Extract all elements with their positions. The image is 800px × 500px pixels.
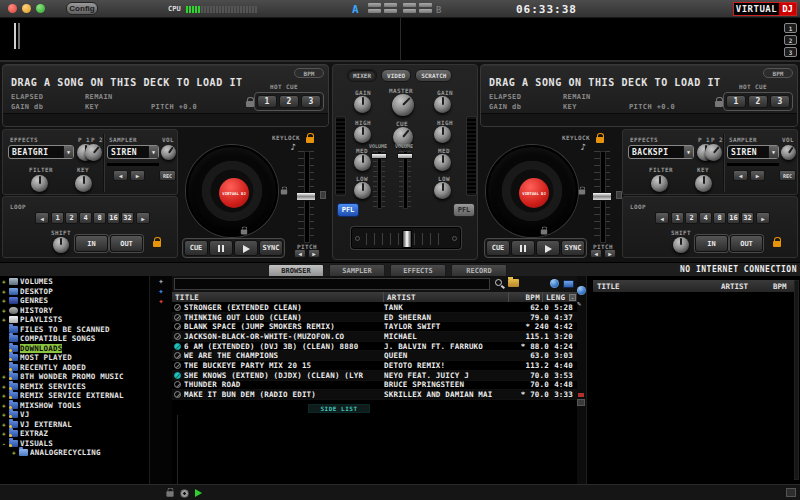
loop-length-button[interactable]: 8 <box>713 212 726 224</box>
expander-icon[interactable]: + <box>2 278 9 285</box>
track-row[interactable]: STRONGER (EXTENDED CLEAN)TANK62.05:28 <box>172 303 577 313</box>
loop-out-button[interactable]: OUT <box>110 235 143 252</box>
med-knob-right[interactable] <box>434 154 451 171</box>
pitch-slider[interactable] <box>298 151 314 241</box>
loop-double-button[interactable]: ▶ <box>136 212 150 224</box>
folder-icon[interactable] <box>508 279 519 287</box>
pitch-bend-minus-button[interactable]: ◀ <box>294 249 306 258</box>
sidebar-item[interactable]: +ANALOGRECYCLING <box>0 448 149 458</box>
volume-fader-handle[interactable] <box>371 153 387 159</box>
fx-p2-knob[interactable] <box>85 144 102 161</box>
volume-fader-handle[interactable] <box>397 153 413 159</box>
hotcue-button[interactable]: 1 <box>726 95 746 108</box>
mixer-tab-video[interactable]: VIDEO <box>381 69 411 82</box>
pitch-bend-plus-button[interactable]: ▶ <box>308 249 320 258</box>
chevron-down-icon[interactable]: ▼ <box>768 146 778 158</box>
hotcue-button[interactable]: 2 <box>279 95 299 108</box>
track-row[interactable]: MAKE IT BUN DEM (RADIO EDIT)SKRILLEX AND… <box>172 390 577 400</box>
loop-in-button[interactable]: IN <box>695 235 728 252</box>
master-knob[interactable] <box>392 94 414 116</box>
sidebar-item[interactable]: +HISTORY <box>0 306 149 316</box>
pitch-lock-icon[interactable] <box>281 190 287 195</box>
filter-knob[interactable] <box>31 175 48 192</box>
track-row[interactable]: SHE KNOWS (EXTEND) (DJDX) (CLEAN) (LYRNE… <box>172 371 577 381</box>
sidebar-item[interactable]: MOST PLAYED <box>0 353 149 363</box>
low-knob-left[interactable] <box>354 182 371 199</box>
sampler-next-button[interactable]: ▶ <box>750 170 765 181</box>
expander-icon[interactable]: + <box>2 316 9 323</box>
med-knob-left[interactable] <box>354 154 371 171</box>
pitch-slider[interactable] <box>594 151 610 241</box>
column-header-title[interactable]: TITLE <box>593 282 717 291</box>
pitch-bend-minus-button[interactable]: ◀ <box>590 249 602 258</box>
window-preset-button[interactable]: 1 <box>784 23 797 33</box>
loop-lock-icon[interactable] <box>153 241 161 247</box>
minimize-button[interactable] <box>22 4 31 13</box>
effect-select[interactable]: BEATGRI ▼ <box>8 145 74 159</box>
pitch-bend-plus-button[interactable]: ▶ <box>604 249 616 258</box>
jog-wheel[interactable]: VIRTUAL DJ <box>486 145 578 237</box>
sampler-rec-button[interactable]: REC <box>779 170 796 181</box>
hotcue-lock-icon[interactable] <box>715 101 723 107</box>
mixer-tab-scratch[interactable]: SCRATCH <box>415 69 452 82</box>
expander-icon[interactable]: + <box>2 430 9 437</box>
folder-search-icon[interactable]: ✦ <box>150 276 172 286</box>
loop-length-button[interactable]: 2 <box>685 212 698 224</box>
play-button[interactable] <box>536 240 560 256</box>
sidebar-item[interactable]: FILES TO BE SCANNED <box>0 325 149 335</box>
column-header-artist[interactable]: ARTIST <box>717 282 769 291</box>
key-knob[interactable] <box>75 175 92 192</box>
sidebar-item[interactable]: +MIXSHOW TOOLS <box>0 401 149 411</box>
corner-resize-button[interactable] <box>786 488 796 497</box>
fx-p2-knob[interactable] <box>705 144 722 161</box>
netsearch-globe-icon[interactable] <box>550 279 559 288</box>
scrollbar-button[interactable] <box>577 399 585 406</box>
pitch-lock-icon[interactable] <box>579 190 585 195</box>
sidebar-item[interactable]: DOWNLOADS <box>0 344 149 354</box>
sidebar-item[interactable]: RECENTLY ADDED <box>0 363 149 373</box>
volume-fader-right[interactable] <box>399 151 411 207</box>
loop-length-button[interactable]: 16 <box>107 212 120 224</box>
config-button[interactable]: Config <box>66 2 98 15</box>
loop-length-button[interactable]: 1 <box>671 212 684 224</box>
sidebar-item[interactable]: +PLAYLISTS <box>0 315 149 325</box>
loop-length-button[interactable]: 32 <box>741 212 754 224</box>
hotcue-button[interactable]: 1 <box>257 95 277 108</box>
loop-length-button[interactable]: 16 <box>727 212 740 224</box>
edit-tags-icon[interactable]: ✎ <box>577 300 581 308</box>
loop-in-button[interactable]: IN <box>75 235 108 252</box>
sampler-vol-knob[interactable] <box>161 145 176 160</box>
favorite-folder-icon[interactable]: ✦ <box>150 286 172 296</box>
column-header-bpm[interactable]: BPM <box>769 282 795 291</box>
keylock-lock-icon[interactable] <box>596 137 604 143</box>
high-knob-right[interactable] <box>434 126 451 143</box>
sidebar-item[interactable]: +REMIX SERVICE EXTERNAL <box>0 391 149 401</box>
crossfader[interactable] <box>351 227 461 249</box>
expander-icon[interactable]: + <box>2 373 9 380</box>
pause-button[interactable] <box>511 240 535 256</box>
sampler-next-button[interactable]: ▶ <box>130 170 145 181</box>
loop-length-button[interactable]: 8 <box>93 212 106 224</box>
high-knob-left[interactable] <box>354 126 371 143</box>
column-header-artist[interactable]: ARTIST <box>384 292 509 302</box>
sidebar-item[interactable]: COMPATIBLE SONGS <box>0 334 149 344</box>
track-row[interactable]: THUNDER ROADBRUCE SPRINGSTEEN70.04:48 <box>172 381 577 391</box>
window-preset-button[interactable]: 3 <box>784 47 797 57</box>
sidebar-item[interactable]: +8TH WONDER PROMO MUSIC <box>0 372 149 382</box>
close-button[interactable] <box>8 4 17 13</box>
expander-icon[interactable]: + <box>2 288 9 295</box>
loop-length-button[interactable]: 2 <box>65 212 78 224</box>
zoom-button[interactable] <box>36 4 45 13</box>
sidebar-item[interactable]: +VJ <box>0 410 149 420</box>
chevron-down-icon[interactable]: ▼ <box>683 146 693 158</box>
expander-icon[interactable]: - <box>2 440 9 447</box>
expander-icon[interactable]: + <box>2 383 9 390</box>
sampler-prev-button[interactable]: ◀ <box>113 170 128 181</box>
hotcue-button[interactable]: 3 <box>770 95 790 108</box>
cue-button[interactable]: CUE <box>486 240 510 256</box>
chevron-down-icon[interactable]: ▼ <box>63 146 73 158</box>
sampler-select[interactable]: SIREN ▼ <box>727 145 779 159</box>
column-options-button[interactable]: - <box>569 294 576 301</box>
play-triangle-icon[interactable] <box>195 489 202 497</box>
netsearch-card-icon[interactable] <box>563 280 574 288</box>
